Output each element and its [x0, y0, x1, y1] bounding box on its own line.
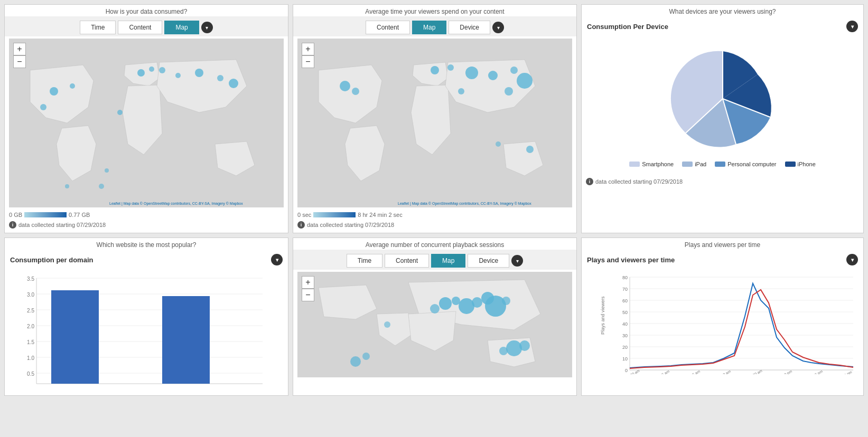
tab-content[interactable]: Content [118, 21, 162, 34]
plays-dropdown[interactable]: ▾ [846, 254, 858, 265]
device-consumption-panel: What devices are your viewers using? Con… [581, 4, 864, 233]
tab-map[interactable]: Map [164, 21, 199, 34]
svg-text:7/12 12:00 am: 7/12 12:00 am [618, 369, 640, 374]
svg-rect-51 [162, 296, 210, 384]
tab-device-3[interactable]: Device [468, 254, 509, 268]
svg-point-20 [447, 64, 454, 71]
svg-text:1.5: 1.5 [27, 339, 34, 345]
svg-point-54 [452, 297, 460, 305]
device-section-title: What devices are your viewers using? [582, 5, 863, 16]
svg-point-13 [105, 168, 109, 173]
concurrent-section-title: Average number of concurrent playback se… [293, 238, 576, 250]
domain-section-title: Which website is the most popular? [5, 238, 288, 250]
consumption-world-map: Leaflet | Map data © OpenStreetMap contr… [9, 39, 284, 207]
tab-device-2[interactable]: Device [449, 21, 490, 34]
tab-content-2[interactable]: Content [366, 21, 410, 34]
max-label-2: 8 hr 24 min 2 sec [358, 212, 402, 218]
plays-section-title: Plays and viewers per time [582, 238, 863, 250]
info-icon-3: i [586, 178, 593, 185]
pie-legend: Smartphone iPad Personal computer iPhone [625, 157, 820, 172]
gradient-bar-2 [313, 212, 356, 217]
zoom-out-button-3[interactable]: − [302, 289, 314, 301]
svg-point-28 [526, 146, 534, 153]
avg-time-dropdown[interactable]: ▾ [492, 22, 504, 33]
legend-pc: Personal computer [715, 161, 776, 167]
info-icon-1: i [9, 221, 16, 229]
svg-point-11 [99, 184, 104, 189]
tab-map-3[interactable]: Map [431, 254, 465, 268]
svg-text:Leaflet | Map data © OpenStree: Leaflet | Map data © OpenStreetMap contr… [398, 202, 531, 206]
legend-iphone: iPhone [785, 161, 816, 167]
avg-time-section-title: Average time your viewers spend on your … [293, 5, 576, 16]
svg-point-4 [137, 69, 145, 77]
svg-point-25 [505, 87, 513, 96]
svg-point-2 [40, 104, 46, 110]
domain-dropdown[interactable]: ▾ [271, 254, 283, 265]
svg-point-18 [352, 88, 359, 95]
avg-time-map-controls: + − [302, 43, 314, 68]
device-dropdown[interactable]: ▾ [846, 21, 858, 32]
bar-chart-svg: 3.5 3.0 2.5 2.0 1.5 1.0 0.5 [11, 273, 282, 389]
concurrent-dropdown[interactable]: ▾ [511, 255, 523, 267]
svg-point-7 [175, 73, 181, 78]
zoom-out-button[interactable]: − [13, 55, 26, 68]
svg-text:30: 30 [622, 333, 628, 338]
concurrent-tab-bar: Time Content Map Device ▾ [293, 250, 576, 270]
domain-panel-title: Consumption per domain [10, 256, 93, 264]
svg-text:60: 60 [622, 298, 628, 303]
legend-smartphone: Smartphone [629, 161, 674, 167]
svg-point-3 [70, 83, 75, 89]
domain-panel: Which website is the most popular? Consu… [4, 238, 288, 396]
concurrent-world-map [297, 272, 572, 377]
concurrent-map-area: + − [297, 272, 572, 377]
legend-dot-pc [715, 162, 725, 167]
line-chart-svg: 80 70 60 50 40 30 20 10 0 [611, 274, 858, 374]
svg-point-56 [472, 297, 482, 308]
device-panel-title: Consumption Per Device [587, 23, 668, 31]
tab-time-3[interactable]: Time [347, 254, 382, 268]
svg-point-23 [510, 66, 518, 74]
svg-text:3.5: 3.5 [27, 276, 34, 282]
svg-point-8 [195, 69, 203, 77]
svg-rect-50 [51, 290, 99, 384]
tab-content-3[interactable]: Content [385, 254, 429, 268]
svg-text:20: 20 [622, 345, 628, 350]
pie-chart-svg [654, 41, 791, 157]
avg-time-panel: Average time your viewers spend on your … [293, 4, 577, 233]
svg-point-27 [496, 141, 501, 147]
legend-ipad: iPad [682, 161, 706, 167]
zoom-out-button-2[interactable]: − [302, 55, 314, 68]
avg-time-legend: 0 sec 8 hr 24 min 2 sec [293, 210, 576, 220]
domain-title-bar: Consumption per domain ▾ [5, 250, 288, 269]
device-title-bar: Consumption Per Device ▾ [582, 16, 863, 35]
legend-dot-smartphone [629, 162, 640, 167]
zoom-in-button-2[interactable]: + [302, 43, 314, 55]
avg-time-tab-bar: Content Map Device ▾ [293, 16, 576, 36]
svg-text:80: 80 [622, 275, 628, 280]
min-label: 0 GB [9, 212, 22, 218]
svg-point-61 [506, 340, 522, 356]
zoom-in-button-3[interactable]: + [302, 276, 314, 289]
max-label: 0.77 GB [69, 212, 90, 218]
svg-text:7/12 11:00 am: 7/12 11:00 am [741, 369, 763, 374]
svg-text:10: 10 [622, 356, 628, 362]
svg-point-5 [149, 66, 154, 72]
svg-point-19 [431, 66, 439, 74]
svg-text:2.5: 2.5 [27, 308, 34, 314]
svg-point-26 [458, 88, 464, 94]
zoom-in-button[interactable]: + [13, 43, 26, 55]
svg-point-17 [340, 81, 350, 91]
avg-time-data-note: i data collected starting 07/29/2018 [293, 220, 576, 233]
consumption-map-dropdown[interactable]: ▾ [201, 22, 213, 33]
tab-time[interactable]: Time [80, 21, 116, 34]
svg-text:3.0: 3.0 [27, 292, 34, 298]
svg-point-14 [65, 184, 69, 188]
consumption-map-legend: 0 GB 0.77 GB [5, 210, 288, 220]
svg-point-24 [517, 73, 533, 89]
y-axis-label: Plays and viewers [600, 296, 605, 335]
svg-point-59 [502, 297, 510, 305]
tab-map-2[interactable]: Map [412, 21, 446, 34]
svg-point-6 [159, 67, 165, 73]
line-chart-container: Plays and viewers 80 70 60 50 40 30 20 1… [582, 269, 863, 395]
svg-text:0.5: 0.5 [27, 371, 34, 377]
